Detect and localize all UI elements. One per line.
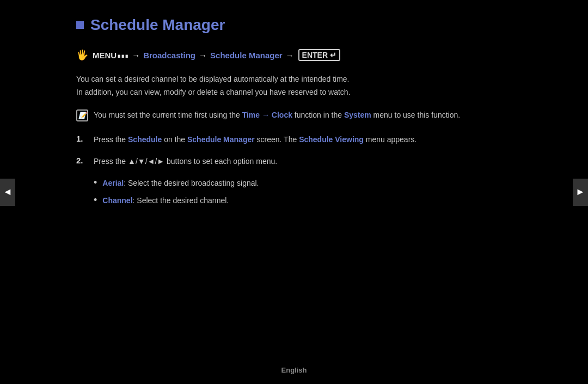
- breadcrumb-arrow2: →: [199, 51, 207, 60]
- bullet-dot-2: •: [94, 194, 97, 206]
- steps-list: 1. Press the Schedule on the Schedule Ma…: [76, 133, 512, 168]
- step-text-1: Press the Schedule on the Schedule Manag…: [94, 133, 416, 147]
- bullet-item-aerial: • Aerial: Select the desired broadcastin…: [94, 177, 512, 190]
- page-title: Schedule Manager: [90, 16, 225, 34]
- note-row: 📝 You must set the current time first us…: [76, 109, 512, 122]
- description-text: You can set a desired channel to be disp…: [76, 73, 512, 99]
- step-item-1: 1. Press the Schedule on the Schedule Ma…: [76, 133, 512, 147]
- bullet-dot-1: •: [94, 177, 97, 189]
- title-row: Schedule Manager: [76, 16, 512, 34]
- step-number-1: 1.: [76, 134, 87, 143]
- bullet-text-aerial: Aerial: Select the desired broadcasting …: [102, 177, 259, 190]
- breadcrumb-arrow1: →: [132, 51, 140, 60]
- nav-arrow-left[interactable]: ◄: [0, 179, 15, 206]
- note-text: You must set the current time first usin…: [94, 109, 460, 122]
- breadcrumb-broadcasting: Broadcasting: [143, 51, 195, 60]
- step-text-2: Press the ▲/▼/◄/► buttons to set each op…: [94, 155, 277, 168]
- step-number-2: 2.: [76, 156, 87, 165]
- enter-icon: ENTER ↵: [298, 49, 340, 61]
- note-icon: 📝: [76, 109, 88, 121]
- bullet-item-channel: • Channel: Select the desired channel.: [94, 194, 512, 208]
- step-item-2: 2. Press the ▲/▼/◄/► buttons to set each…: [76, 155, 512, 168]
- breadcrumb-schedule-manager: Schedule Manager: [210, 51, 283, 60]
- breadcrumb-arrow3: →: [286, 51, 294, 60]
- nav-arrow-right[interactable]: ►: [573, 179, 588, 206]
- breadcrumb-menu: MENU∎∎∎: [93, 51, 128, 60]
- title-square-icon: [76, 21, 84, 29]
- menu-hand-icon: 🖐: [76, 49, 88, 61]
- breadcrumb: 🖐 MENU∎∎∎ → Broadcasting → Schedule Mana…: [76, 49, 512, 61]
- bullets-list: • Aerial: Select the desired broadcastin…: [94, 177, 512, 208]
- footer-language: English: [281, 366, 307, 374]
- bullet-text-channel: Channel: Select the desired channel.: [102, 194, 229, 208]
